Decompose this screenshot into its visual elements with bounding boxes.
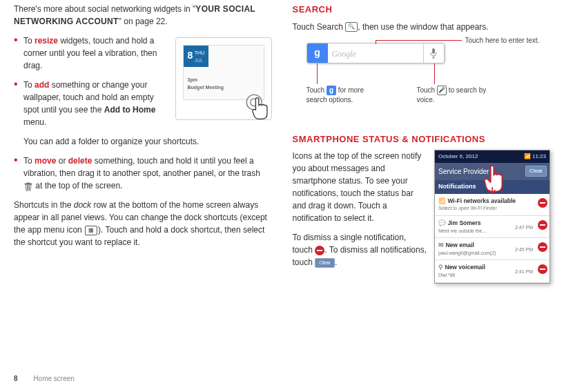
search-key-icon: 🔍 — [345, 22, 358, 32]
notification-item[interactable]: 💬 Jim Somers Meet me outside the… 2:47 P… — [435, 216, 550, 238]
text: There's more about social networking wid… — [14, 4, 195, 14]
notification-item[interactable]: 📶 Wi-Fi networks available Select to ope… — [435, 194, 550, 216]
keyword-resize: resize — [35, 36, 58, 46]
notification-item[interactable]: ⚲ New voicemail Dial *86 2:41 PM — [435, 260, 550, 282]
g-icon-small: g — [327, 86, 336, 95]
bullet-add: To add something or change your wallpape… — [14, 79, 272, 148]
callout-google-options: Touch g for more search options. — [307, 86, 382, 104]
text: " on page 22. — [119, 17, 168, 26]
app-menu-icon: ▦ — [85, 226, 97, 235]
search-heading: Search — [293, 3, 551, 17]
keyword-move: move — [35, 156, 56, 166]
bullet-move-delete: To move or delete something, touch and h… — [14, 155, 272, 192]
clear-button-inline: Clear — [315, 258, 335, 268]
right-column: Search Touch Search 🔍, then use the wind… — [293, 0, 551, 284]
status-time: 📶 11:23 — [524, 153, 546, 161]
callout-voice: Touch 🎤 to search by voice. — [417, 86, 500, 104]
dock-term: dock — [74, 200, 91, 210]
mic-icon-small: 🎤 — [437, 86, 447, 95]
search-bar: g Google — [307, 43, 445, 63]
svg-rect-2 — [432, 48, 435, 54]
dismiss-icon[interactable] — [538, 220, 547, 230]
page-number: 8 — [14, 375, 18, 382]
keyword-add: add — [35, 80, 49, 90]
google-g-icon[interactable]: g — [307, 43, 328, 63]
left-column: There's more about social networking wid… — [14, 0, 272, 284]
mic-icon[interactable] — [423, 43, 444, 63]
status-bar: October 6, 2012 📶 11:23 — [435, 150, 550, 163]
search-paragraph: Touch Search 🔍, then use the window that… — [293, 21, 551, 33]
folder-note: You can add a folder to organize your sh… — [23, 135, 272, 148]
dismiss-single-icon — [315, 246, 324, 255]
page-section-name: Home screen — [33, 375, 74, 382]
page-footer: 8 Home screen — [14, 375, 75, 382]
drag-hand-icon — [477, 164, 507, 195]
bullet-resize: To resize widgets, touch and hold a corn… — [14, 35, 272, 72]
status-heading: Smartphone status & notifications — [293, 133, 551, 146]
status-paragraph-1: Icons at the top of the screen notify yo… — [293, 150, 434, 224]
dock-paragraph: Shortcuts in the dock row at the bottom … — [14, 199, 272, 248]
dismiss-icon[interactable] — [538, 242, 547, 252]
notification-item[interactable]: ✉ New email paul.wang6@gmail.com(2) 2:45… — [435, 238, 550, 260]
status-paragraph-2: To dismiss a single notification, touch … — [293, 231, 434, 268]
bullet-list: To resize widgets, touch and hold a corn… — [14, 35, 272, 192]
add-to-home-menu: Add to Home — [104, 105, 156, 115]
callout-enter-text: Touch here to enter text. — [465, 36, 555, 45]
status-date: October 6, 2012 — [438, 153, 478, 161]
clear-button[interactable]: Clear — [525, 166, 547, 177]
keyword-delete: delete — [68, 156, 93, 166]
trash-icon — [23, 182, 33, 191]
dismiss-icon[interactable] — [538, 198, 547, 208]
intro-paragraph: There's more about social networking wid… — [14, 3, 272, 28]
search-input[interactable]: Google — [328, 43, 423, 63]
notification-panel: October 6, 2012 📶 11:23 Service Provider… — [434, 150, 550, 284]
search-bar-diagram: g Google Touch g for more search options… — [307, 43, 551, 126]
